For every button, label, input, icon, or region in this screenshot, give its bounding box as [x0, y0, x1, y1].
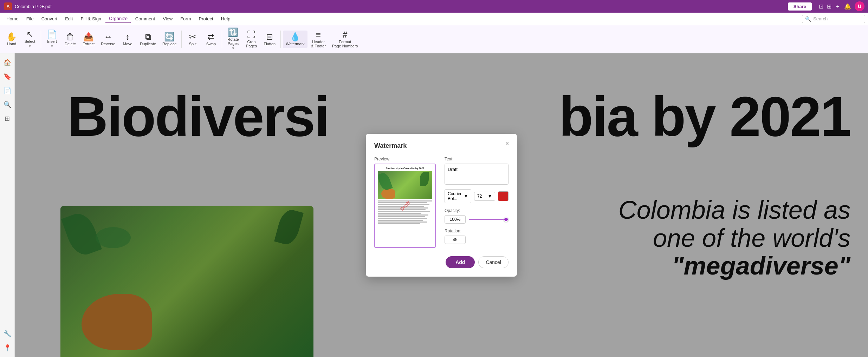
toolbar-select[interactable]: ↖ Select ▼ — [21, 28, 39, 50]
preview-label: Preview: — [374, 157, 438, 161]
sidebar-home[interactable]: 🏠 — [1, 56, 14, 69]
header-footer-label: Header& Footer — [311, 40, 326, 48]
preview-image — [378, 171, 432, 199]
menu-convert[interactable]: Convert — [38, 15, 61, 23]
rotation-section: Rotation: — [445, 229, 509, 244]
insert-icon: 📄 — [47, 30, 57, 39]
menu-home[interactable]: Home — [3, 15, 22, 23]
toolbar-move[interactable]: ↕ Move — [119, 31, 136, 48]
replace-label: Replace — [162, 42, 176, 46]
toolbar-format-page-numbers[interactable]: # FormatPage Numbers — [329, 28, 361, 50]
menu-form[interactable]: Form — [177, 15, 194, 23]
menu-file[interactable]: File — [23, 15, 37, 23]
opacity-input[interactable] — [445, 215, 466, 224]
menu-fill-sign[interactable]: Fill & Sign — [77, 15, 105, 23]
format-page-numbers-label: FormatPage Numbers — [332, 40, 358, 48]
header-footer-icon: ≡ — [316, 31, 321, 39]
opacity-slider-thumb[interactable] — [504, 217, 509, 222]
preview-line-1 — [378, 200, 432, 201]
toolbar-duplicate[interactable]: ⧉ Duplicate — [137, 31, 159, 48]
rotation-input[interactable] — [445, 236, 466, 244]
hand-icon: ✋ — [6, 33, 17, 41]
watermark-dialog: Watermark × Preview: Biodiversity in Col… — [366, 134, 517, 277]
swap-icon: ⇄ — [207, 33, 214, 41]
flatten-label: Flatten — [264, 42, 276, 46]
toolbar-flatten[interactable]: ⊟ Flatten — [261, 31, 278, 48]
search-icon: 🔍 — [805, 16, 811, 22]
toolbar: ✋ Hand ↖ Select ▼ 📄 Insert ▼ 🗑 Delete 📤 … — [0, 25, 868, 53]
toolbar-replace[interactable]: 🔄 Replace — [160, 31, 179, 48]
crop-pages-label: CropPages — [246, 40, 257, 48]
sidebar-layers[interactable]: ⊞ — [1, 112, 14, 125]
preview-line-5 — [378, 207, 428, 209]
sidebar-location[interactable]: 📍 — [1, 342, 14, 354]
toolbar-hand[interactable]: ✋ Hand — [3, 31, 20, 48]
menu-help[interactable]: Help — [218, 15, 234, 23]
layout-icon[interactable]: ⊞ — [827, 3, 831, 10]
toolbar-extract[interactable]: 📤 Extract — [80, 31, 97, 48]
duplicate-label: Duplicate — [140, 42, 156, 46]
toolbar-reverse[interactable]: ↔ Reverse — [98, 31, 118, 48]
move-label: Move — [123, 42, 132, 46]
toolbar-crop-pages[interactable]: ⛶ CropPages — [242, 28, 260, 50]
bell-icon[interactable]: 🔔 — [844, 3, 851, 10]
color-picker[interactable] — [498, 191, 509, 201]
watermark-text-input[interactable] — [445, 164, 509, 185]
select-label: Select — [25, 39, 35, 44]
toolbar-watermark[interactable]: 💧 Watermark — [283, 31, 307, 48]
sidebar-search[interactable]: 🔍 — [1, 98, 14, 111]
rotate-pages-icon: 🔃 — [228, 28, 238, 37]
toolbar-delete[interactable]: 🗑 Delete — [61, 31, 79, 48]
menu-organize[interactable]: Organize — [105, 14, 131, 23]
menu-bar: Home File Convert Edit Fill & Sign Organ… — [0, 13, 868, 25]
preview-line-13 — [378, 222, 427, 223]
opacity-slider-fill — [469, 219, 509, 220]
dialog-close-button[interactable]: × — [503, 139, 511, 148]
toolbar-swap[interactable]: ⇄ Swap — [202, 31, 220, 48]
preview-line-14 — [378, 223, 420, 224]
search-label[interactable]: Search — [813, 16, 828, 21]
size-dropdown[interactable]: 72 ▼ — [474, 192, 495, 201]
preview-line-8 — [378, 213, 421, 214]
content-area: 🏠 🔖 📄 🔍 ⊞ 🔧 📍 Biodiversi bia by 2021 — [0, 53, 868, 357]
toolbar-rotate-pages[interactable]: 🔃 RotatePages ▼ — [224, 26, 242, 52]
reverse-label: Reverse — [101, 42, 115, 46]
format-page-numbers-icon: # — [343, 31, 347, 39]
dialog-body: Preview: Biodiversity in Colombia by 202… — [374, 157, 509, 248]
swap-label: Swap — [206, 42, 216, 46]
font-row: Courier-Bol... ▼ 72 ▼ — [445, 189, 509, 203]
sidebar-bookmark[interactable]: 🔖 — [1, 70, 14, 83]
insert-arrow: ▼ — [50, 44, 54, 48]
toolbar-split[interactable]: ✂ Split — [184, 31, 201, 48]
rotation-label: Rotation: — [445, 229, 509, 233]
search-bar: 🔍 Search — [802, 15, 865, 23]
menu-view[interactable]: View — [159, 15, 176, 23]
dialog-footer: Add Cancel — [374, 256, 509, 268]
crop-pages-icon: ⛶ — [247, 31, 255, 39]
menu-edit[interactable]: Edit — [61, 15, 76, 23]
sidebar-tools[interactable]: 🔧 — [1, 328, 14, 340]
toolbar-insert[interactable]: 📄 Insert ▼ — [43, 28, 61, 50]
preview-line-12 — [378, 220, 423, 221]
preview-text-lines — [378, 200, 432, 224]
add-button[interactable]: Add — [446, 256, 475, 268]
toolbar-header-footer[interactable]: ≡ Header& Footer — [308, 28, 329, 50]
avatar[interactable]: U — [855, 1, 864, 11]
menu-protect[interactable]: Protect — [195, 15, 217, 23]
menu-comment[interactable]: Comment — [132, 15, 158, 23]
select-icon: ↖ — [26, 30, 33, 39]
share-button[interactable]: Share — [788, 2, 812, 11]
app-title: Colombia PDF.pdf — [15, 4, 52, 9]
opacity-slider[interactable] — [469, 219, 509, 220]
sidebar-pages[interactable]: 📄 — [1, 84, 14, 97]
cancel-button[interactable]: Cancel — [478, 256, 509, 268]
preview-line-10 — [378, 216, 425, 217]
save-icon[interactable]: ⊡ — [819, 3, 823, 10]
opacity-label: Opacity: — [445, 208, 509, 213]
svg-text:A: A — [6, 4, 10, 9]
font-dropdown[interactable]: Courier-Bol... ▼ — [445, 189, 471, 203]
split-label: Split — [189, 42, 196, 46]
split-icon: ✂ — [189, 33, 196, 41]
add-icon[interactable]: ＋ — [835, 3, 841, 10]
preview-cheetah — [381, 189, 395, 199]
